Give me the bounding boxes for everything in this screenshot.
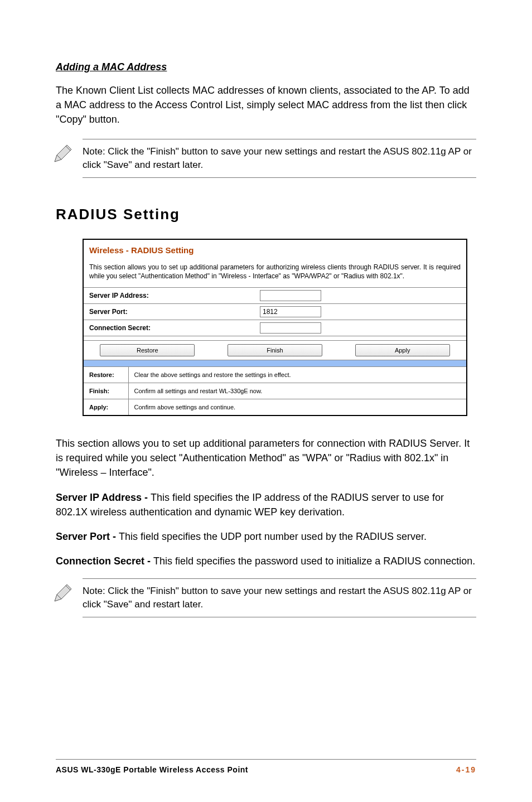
page-footer: ASUS WL-330gE Portable Wireless Access P… [56,759,476,774]
panel-title: Wireless - RADIUS Setting [84,240,466,259]
button-desc-table: Restore: Clear the above settings and re… [84,366,466,415]
label-server-ip: Server IP Address: [84,288,257,303]
pencil-note-icon [51,143,74,165]
label-conn-secret: Connection Secret: [84,320,257,336]
pencil-note-icon [51,582,74,605]
blue-bar [84,360,466,366]
row-conn-secret: Connection Secret: [84,320,466,336]
radius-panel: Wireless - RADIUS Setting This section a… [83,239,467,416]
apply-button[interactable]: Apply [355,344,450,356]
label-server-port: Server Port: [84,304,257,320]
desc-label-apply: Apply: [84,399,128,416]
note-block-2: Note: Click the "Finish" button to save … [83,578,476,617]
value-server-ip [257,288,466,303]
restore-button[interactable]: Restore [100,344,195,356]
note-text-2: Note: Click the "Finish" button to save … [83,586,472,610]
heading-radius-setting: RADIUS Setting [56,206,476,223]
note-text-1: Note: Click the "Finish" button to save … [83,146,472,170]
desc-text-apply: Confirm above settings and continue. [128,399,466,416]
server-port-lead: Server Port - [56,531,119,542]
desc-label-restore: Restore: [84,367,128,383]
footer-page-number: 4-19 [456,765,476,774]
desc-row-finish: Finish: Confirm all settings and restart… [84,383,466,399]
desc-row-restore: Restore: Clear the above settings and re… [84,367,466,383]
desc-text-finish: Confirm all settings and restart WL-330g… [128,383,466,399]
conn-secret-lead: Connection Secret - [56,555,153,567]
conn-secret-para: Connection Secret - This field specifies… [56,554,476,568]
server-port-para: Server Port - This field specifies the U… [56,529,476,544]
input-conn-secret[interactable] [260,322,321,334]
row-server-port: Server Port: [84,303,466,320]
input-server-port[interactable] [260,306,321,317]
input-server-ip[interactable] [260,290,321,301]
finish-button[interactable]: Finish [228,344,322,356]
desc-text-restore: Clear the above settings and restore the… [128,367,466,383]
button-row: Restore Finish Apply [84,340,466,360]
conn-secret-rest: This field specifies the password used t… [153,555,475,567]
desc-label-finish: Finish: [84,383,128,399]
value-server-port [257,304,466,320]
footer-left: ASUS WL-330gE Portable Wireless Access P… [56,765,248,774]
value-conn-secret [257,320,466,336]
desc-row-apply: Apply: Confirm above settings and contin… [84,399,466,416]
server-port-rest: This field specifies the UDP port number… [119,531,427,542]
server-ip-lead: Server IP Address - [56,492,151,503]
spacer-row [84,336,466,340]
subheading-adding-mac: Adding a MAC Address [56,61,476,73]
note-block-1: Note: Click the "Finish" button to save … [83,139,476,178]
row-server-ip: Server IP Address: [84,287,466,303]
adding-mac-body: The Known Client List collects MAC addre… [56,83,476,127]
server-ip-para: Server IP Address - This field specifies… [56,490,476,519]
panel-description: This section allows you to set up additi… [84,259,466,287]
radius-intro-para: This section allows you to set up additi… [56,436,476,480]
